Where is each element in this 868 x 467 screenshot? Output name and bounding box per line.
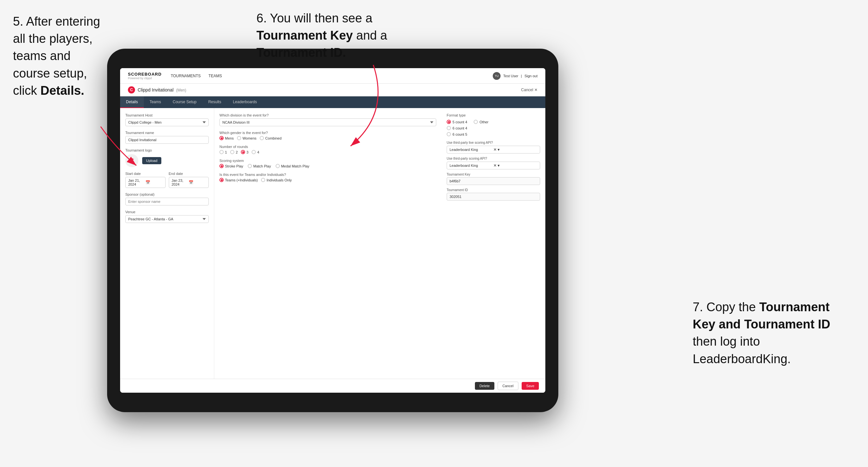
delete-button[interactable]: Delete bbox=[475, 382, 494, 390]
page-title-row: C Clippd Invitational (Men) bbox=[128, 86, 186, 93]
tournament-key-label: Tournament Key bbox=[447, 173, 540, 176]
venue-select[interactable]: Peachtree GC - Atlanta - GA bbox=[125, 215, 209, 223]
scoring-match[interactable]: Match Play bbox=[248, 164, 271, 168]
tab-details[interactable]: Details bbox=[120, 96, 144, 108]
venue-group: Venue Peachtree GC - Atlanta - GA bbox=[125, 210, 209, 223]
page-footer: Delete Cancel Save bbox=[120, 379, 545, 393]
scoring-medal[interactable]: Medal Match Play bbox=[276, 164, 309, 168]
format-5count4[interactable]: 5 count 4 bbox=[447, 120, 467, 124]
page-header: C Clippd Invitational (Men) Cancel ✕ bbox=[120, 84, 545, 96]
sponsor-input[interactable] bbox=[125, 198, 209, 206]
scoring-medal-radio[interactable] bbox=[276, 164, 280, 168]
rounds-label: Number of rounds bbox=[219, 145, 436, 149]
sponsor-group: Sponsor (optional) bbox=[125, 192, 209, 206]
rounds-2-radio[interactable] bbox=[230, 150, 235, 154]
page-title: Clippd Invitational (Men) bbox=[137, 87, 186, 93]
gender-mens[interactable]: Mens bbox=[219, 136, 234, 140]
end-date-field: End date Jan 23, 2024 📅 bbox=[169, 172, 209, 188]
teams-group: Is this event for Teams and/or Individua… bbox=[219, 173, 436, 182]
division-label: Which division is the event for? bbox=[219, 113, 436, 117]
third-party-2-label: Use third-party scoring API? bbox=[447, 157, 540, 160]
gender-combined[interactable]: Combined bbox=[260, 136, 281, 140]
end-date-input[interactable]: Jan 23, 2024 📅 bbox=[169, 177, 209, 188]
gender-combined-radio[interactable] bbox=[260, 136, 264, 140]
upload-button[interactable]: Upload bbox=[142, 157, 161, 164]
gender-womens[interactable]: Womens bbox=[237, 136, 256, 140]
logo-preview: C bbox=[125, 154, 138, 167]
format-5count4-radio[interactable] bbox=[447, 120, 451, 124]
format-row-1: 5 count 4 Other bbox=[447, 120, 540, 124]
tournament-host-label: Tournament Host bbox=[125, 113, 209, 117]
tournament-host-select[interactable]: Clippd College - Men bbox=[125, 119, 209, 126]
format-6count5[interactable]: 6 count 5 bbox=[447, 132, 540, 136]
tournament-name-label: Tournament name bbox=[125, 131, 209, 135]
start-date-input[interactable]: Jan 21, 2024 📅 bbox=[125, 177, 165, 188]
tab-bar: Details Teams Course Setup Results Leade… bbox=[120, 96, 545, 108]
tournament-host-group: Tournament Host Clippd College - Men bbox=[125, 113, 209, 126]
format-6count5-radio[interactable] bbox=[447, 132, 451, 136]
app-logo-sub: Powered by clippd bbox=[128, 76, 162, 80]
tournament-id-value: 302051 bbox=[447, 193, 540, 200]
nav-right: TU Test User | Sign out bbox=[493, 72, 537, 80]
tournament-id-label: Tournament ID bbox=[447, 188, 540, 192]
save-button[interactable]: Save bbox=[522, 382, 539, 390]
end-date-label: End date bbox=[169, 172, 209, 176]
tab-course-setup[interactable]: Course Setup bbox=[167, 96, 202, 108]
format-other-radio[interactable] bbox=[474, 120, 478, 124]
third-party-2-select[interactable]: Leaderboard King ✕ ▾ bbox=[447, 162, 540, 169]
scoring-match-radio[interactable] bbox=[248, 164, 252, 168]
annotation-left: 5. After entering all the players, teams… bbox=[13, 13, 104, 99]
rounds-3-radio[interactable] bbox=[241, 150, 245, 154]
teams-radio-group: Teams (+Individuals) Individuals Only bbox=[219, 178, 436, 182]
rounds-4-radio[interactable] bbox=[252, 150, 256, 154]
nav-tournaments[interactable]: TOURNAMENTS bbox=[171, 74, 200, 78]
tournament-name-input[interactable] bbox=[125, 136, 209, 144]
app-nav: SCOREBOARD Powered by clippd TOURNAMENTS… bbox=[120, 68, 545, 84]
division-select[interactable]: NCAA Division III bbox=[219, 119, 436, 126]
third-party-1-select[interactable]: Leaderboard King ✕ ▾ bbox=[447, 146, 540, 154]
format-other[interactable]: Other bbox=[474, 120, 489, 124]
venue-label: Venue bbox=[125, 210, 209, 214]
rounds-1[interactable]: 1 bbox=[219, 150, 227, 154]
logo-upload-row: C Upload bbox=[125, 154, 209, 167]
teams-individuals-radio[interactable] bbox=[261, 178, 265, 182]
tournament-name-group: Tournament name bbox=[125, 131, 209, 144]
rounds-4[interactable]: 4 bbox=[252, 150, 259, 154]
app-logo-title: SCOREBOARD bbox=[128, 72, 162, 76]
tab-leaderboards[interactable]: Leaderboards bbox=[227, 96, 262, 108]
teams-plus-radio[interactable] bbox=[219, 178, 224, 182]
user-avatar: TU bbox=[493, 72, 500, 80]
nav-teams[interactable]: TEAMS bbox=[208, 74, 222, 78]
rounds-1-radio[interactable] bbox=[219, 150, 224, 154]
rounds-2[interactable]: 2 bbox=[230, 150, 238, 154]
tournament-key-value: b4f6b7 bbox=[447, 177, 540, 185]
format-group: Format type 5 count 4 Other bbox=[447, 113, 540, 136]
scoring-stroke-radio[interactable] bbox=[219, 164, 224, 168]
scoring-stroke[interactable]: Stroke Play bbox=[219, 164, 243, 168]
third-party-1-clear[interactable]: ✕ ▾ bbox=[493, 147, 537, 152]
gender-mens-radio[interactable] bbox=[219, 136, 224, 140]
tab-results[interactable]: Results bbox=[202, 96, 227, 108]
third-party-2-section: Use third-party scoring API? Leaderboard… bbox=[447, 157, 540, 169]
tournament-key-section: Tournament Key b4f6b7 Tournament ID 3020… bbox=[447, 173, 540, 200]
clippd-logo: C bbox=[128, 86, 135, 93]
tablet-frame: SCOREBOARD Powered by clippd TOURNAMENTS… bbox=[107, 49, 558, 412]
end-date-calendar-icon: 📅 bbox=[189, 180, 206, 185]
format-6count4-radio[interactable] bbox=[447, 126, 451, 130]
third-party-2-clear[interactable]: ✕ ▾ bbox=[493, 163, 537, 168]
cancel-button[interactable]: Cancel bbox=[498, 382, 518, 390]
rounds-3[interactable]: 3 bbox=[241, 150, 248, 154]
left-column: Tournament Host Clippd College - Men Tou… bbox=[120, 108, 214, 379]
nav-links: TOURNAMENTS TEAMS bbox=[171, 74, 493, 78]
page-cancel-btn[interactable]: Cancel ✕ bbox=[521, 88, 537, 92]
teams-individuals[interactable]: Individuals Only bbox=[261, 178, 292, 182]
format-6count4[interactable]: 6 count 4 bbox=[447, 126, 540, 130]
gender-womens-radio[interactable] bbox=[237, 136, 241, 140]
scoring-label: Scoring system bbox=[219, 159, 436, 163]
teams-plus[interactable]: Teams (+Individuals) bbox=[219, 178, 258, 182]
nav-sign-out[interactable]: Sign out bbox=[525, 74, 537, 78]
tab-teams[interactable]: Teams bbox=[144, 96, 167, 108]
rounds-group: Number of rounds 1 2 3 bbox=[219, 145, 436, 154]
date-row: Start date Jan 21, 2024 📅 End date Jan 2… bbox=[125, 172, 209, 188]
start-date-calendar-icon: 📅 bbox=[146, 180, 163, 185]
